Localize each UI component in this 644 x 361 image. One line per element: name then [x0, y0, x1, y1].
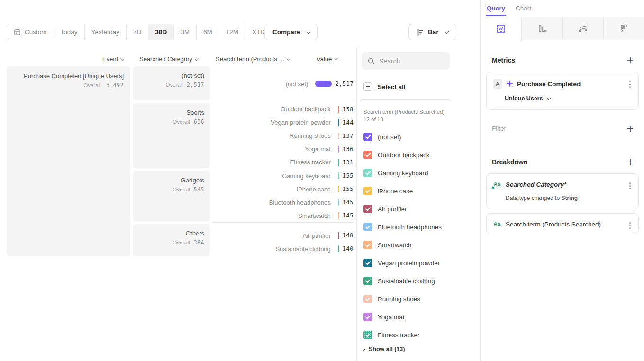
breakdown-card-search-term[interactable]: Aa Search term (Products Searched): [486, 213, 639, 234]
column-header-value[interactable]: Value: [317, 55, 350, 63]
filter-item[interactable]: Gaming keyboard: [363, 168, 428, 178]
filter-item[interactable]: Bluetooth headphones: [363, 222, 442, 232]
filter-item[interactable]: (not set): [363, 132, 401, 142]
table-row[interactable]: Vegan protein powder144: [213, 116, 354, 129]
metric-card[interactable]: A Purchase Completed Unique Users: [486, 72, 639, 110]
filter-item[interactable]: iPhone case: [363, 186, 413, 196]
table-row[interactable]: Fitness tracker131: [213, 156, 354, 169]
checkbox-checked-icon[interactable]: [363, 241, 372, 249]
chart-type-label: Bar: [428, 28, 439, 36]
column-header-event[interactable]: Event: [7, 55, 124, 63]
column-header-search-term[interactable]: Search term (Products ...: [216, 55, 315, 63]
kebab-menu-icon[interactable]: [627, 180, 633, 191]
filter-item[interactable]: Sustainable clothing: [363, 276, 435, 286]
checkbox-checked-icon[interactable]: [363, 205, 372, 213]
search-box[interactable]: [362, 52, 450, 70]
kebab-menu-icon[interactable]: [627, 220, 633, 231]
flows-icon: [578, 23, 588, 34]
table-row[interactable]: Running shoes137: [213, 129, 354, 143]
breakdown-label: Search term (Products Searched): [506, 221, 601, 228]
checkbox-checked-icon[interactable]: [363, 133, 372, 141]
filter-item[interactable]: Running shoes: [363, 294, 420, 304]
checkbox-indeterminate-icon[interactable]: [363, 82, 372, 91]
chart-type-button[interactable]: Bar: [408, 24, 456, 40]
breakdown-card-searched-category[interactable]: Aa✱ Searched Category* Data type changed…: [486, 173, 639, 209]
table-row[interactable]: Outdoor backpack158: [213, 103, 354, 116]
filter-item[interactable]: Vegan protein powder: [363, 258, 440, 268]
date-range-3m[interactable]: 3M: [174, 24, 197, 40]
table-row[interactable]: Bluetooth headphones145: [213, 196, 354, 209]
metric-name: Purchase Completed: [517, 81, 581, 88]
category-cell: SportsOverall636: [133, 103, 210, 168]
table-row[interactable]: Gaming keyboard155: [213, 169, 354, 182]
add-metric-button[interactable]: +: [626, 56, 635, 64]
select-all-label: Select all: [378, 83, 406, 90]
modified-star-icon: ✱: [491, 186, 495, 190]
checkbox-checked-icon[interactable]: [363, 277, 372, 285]
date-range-yesterday[interactable]: Yesterday: [85, 24, 127, 40]
funnels-tab[interactable]: [521, 17, 562, 40]
add-breakdown-button[interactable]: +: [626, 158, 635, 166]
table-row[interactable]: Sustainable clothing140: [213, 242, 354, 255]
filter-item-label: Air purifier: [378, 206, 407, 213]
term-value: 131: [343, 159, 354, 166]
date-range-group: CustomTodayYesterday7D30D3M6M12MXTD: [7, 24, 281, 40]
date-range-label: Custom: [25, 28, 47, 36]
compare-button[interactable]: Compare: [264, 24, 318, 40]
filter-item-label: Yoga mat: [378, 314, 405, 321]
filter-item-label: Running shoes: [378, 296, 420, 303]
divider: [362, 99, 449, 100]
checkbox-checked-icon[interactable]: [363, 295, 372, 303]
select-all[interactable]: Select all: [363, 82, 406, 91]
table-row[interactable]: iPhone case155: [213, 182, 354, 196]
checkbox-checked-icon[interactable]: [363, 169, 372, 177]
category-name: (not set): [133, 72, 204, 79]
checkbox-checked-icon[interactable]: [363, 223, 372, 231]
tab-chart[interactable]: Chart: [516, 5, 531, 12]
filter-item[interactable]: Yoga mat: [363, 312, 405, 322]
date-range-7d[interactable]: 7D: [127, 24, 148, 40]
tab-query[interactable]: Query: [487, 5, 505, 12]
filter-item[interactable]: Outdoor backpack: [363, 150, 430, 160]
table-row[interactable]: Smartwatch145: [213, 209, 354, 222]
add-filter-button[interactable]: +: [626, 125, 635, 133]
category-cell: OthersOverall384: [133, 224, 210, 256]
aggregation-dropdown[interactable]: Unique Users: [505, 95, 550, 102]
filter-item[interactable]: Smartwatch: [363, 240, 411, 250]
table-row[interactable]: Yoga mat136: [213, 143, 354, 156]
date-range-6m[interactable]: 6M: [197, 24, 219, 40]
flows-tab[interactable]: [562, 17, 604, 40]
checkbox-checked-icon[interactable]: [363, 259, 372, 267]
column-header-searched-category[interactable]: Searched Category: [133, 55, 204, 63]
filter-item[interactable]: Air purifier: [363, 204, 407, 214]
checkbox-checked-icon[interactable]: [363, 187, 372, 195]
value-bar: [338, 159, 339, 166]
checkbox-checked-icon[interactable]: [363, 151, 372, 159]
value-bar: [338, 199, 339, 206]
group-separator: [213, 222, 354, 223]
date-range-custom[interactable]: Custom: [7, 24, 54, 40]
date-range-12m[interactable]: 12M: [219, 24, 245, 40]
breakdown-heading: Breakdown: [492, 158, 527, 166]
table-row[interactable]: Air purifier148: [213, 229, 354, 242]
date-range-label: Today: [61, 28, 78, 36]
retention-tab[interactable]: [603, 17, 644, 40]
kebab-menu-icon[interactable]: [627, 79, 633, 90]
term-value: 136: [343, 146, 354, 153]
checkbox-checked-icon[interactable]: [363, 331, 372, 339]
show-all-button[interactable]: Show all (13): [363, 346, 405, 352]
event-name: Purchase Completed [Unique Users]: [7, 72, 124, 80]
date-range-label: 30D: [155, 28, 167, 36]
date-range-30d[interactable]: 30D: [148, 24, 174, 40]
insights-tab[interactable]: [481, 17, 521, 40]
filter-item[interactable]: Fitness tracker: [363, 330, 420, 340]
filter-item-label: Sustainable clothing: [378, 278, 435, 285]
table-row[interactable]: (not set)2,517: [213, 77, 354, 90]
category-cell: (not set)Overall2,517: [133, 66, 210, 100]
date-range-label: Yesterday: [91, 28, 120, 36]
filter-item-label: Gaming keyboard: [378, 170, 428, 177]
search-input[interactable]: [379, 57, 441, 65]
date-range-today[interactable]: Today: [54, 24, 85, 40]
overall-label: Overall: [83, 82, 100, 88]
checkbox-checked-icon[interactable]: [363, 313, 372, 321]
